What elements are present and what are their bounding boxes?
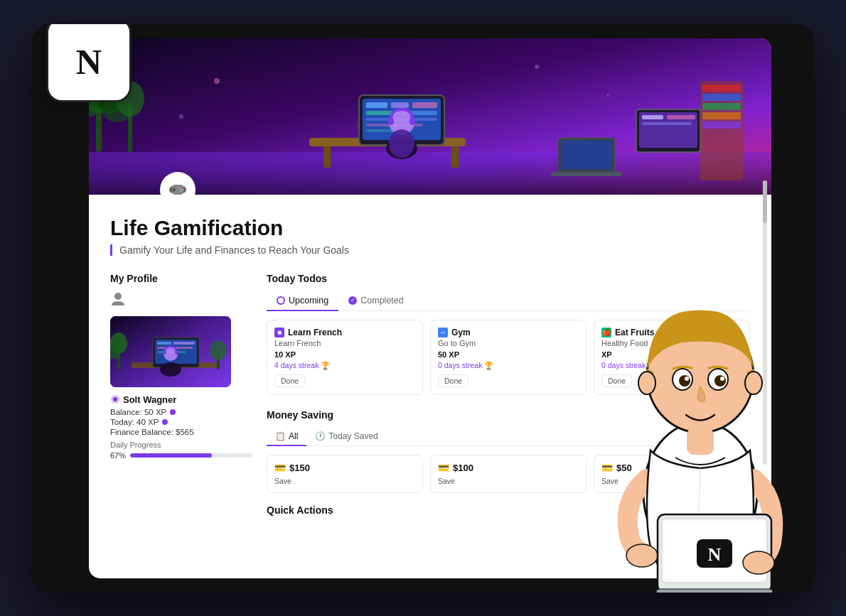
xp-dot — [170, 409, 176, 415]
svg-point-89 — [638, 372, 655, 394]
svg-rect-17 — [391, 102, 409, 108]
tab-upcoming[interactable]: Upcoming — [267, 291, 338, 311]
money-tab-today[interactable]: 🕐 Today Saved — [306, 428, 386, 446]
money-tab-today-label: Today Saved — [328, 431, 378, 441]
svg-rect-41 — [702, 94, 741, 101]
profile-today: Today: 40 XP — [110, 418, 252, 426]
svg-rect-53 — [172, 189, 176, 190]
user-icon — [110, 291, 126, 307]
todo-card-0-streak: 4 days streak 🏆 — [274, 361, 415, 370]
money-card-1-save[interactable]: Save — [438, 477, 579, 485]
svg-rect-43 — [702, 112, 741, 119]
hero-banner — [89, 38, 771, 195]
svg-point-78 — [113, 397, 117, 401]
money-card-0-save[interactable]: Save — [274, 477, 415, 485]
svg-rect-70 — [163, 350, 166, 355]
scrollbar-thumb[interactable] — [763, 180, 767, 223]
svg-point-93 — [679, 375, 690, 387]
todo-card-0-title: ■ Learn French — [274, 328, 415, 337]
svg-point-57 — [114, 293, 122, 300]
profile-section-title: My Profile — [110, 273, 252, 284]
money-tab-all[interactable]: 📋 All — [267, 428, 306, 446]
todo-card-0-xp: 10 XP — [274, 350, 415, 359]
svg-rect-12 — [323, 146, 331, 168]
svg-rect-37 — [561, 141, 612, 169]
todo-card-1-streak: 0 days streak 🏆 — [438, 361, 579, 370]
gamepad-svg — [168, 183, 188, 195]
svg-point-48 — [179, 114, 183, 119]
daily-progress-label: Daily Progress — [110, 441, 252, 449]
tab-upcoming-label: Upcoming — [289, 296, 328, 306]
todo-card-0-done[interactable]: Done — [274, 374, 305, 387]
progress-bar — [130, 453, 252, 458]
profile-icon — [110, 291, 252, 310]
svg-point-45 — [214, 78, 220, 84]
todo-card-1-done[interactable]: Done — [438, 374, 468, 387]
tab-completed-label: Completed — [360, 296, 403, 306]
notion-logo-icon: N — [64, 35, 114, 85]
money-icon-1: 💳 — [438, 463, 449, 473]
svg-rect-38 — [551, 172, 622, 176]
svg-rect-44 — [702, 121, 741, 129]
svg-point-47 — [606, 94, 609, 97]
profile-badge-icon — [110, 394, 120, 404]
progress-row: 67% — [110, 451, 252, 460]
money-tab-today-icon: 🕐 — [315, 431, 326, 441]
svg-point-76 — [210, 340, 227, 360]
svg-point-80 — [626, 544, 658, 567]
svg-point-56 — [180, 190, 182, 192]
progress-percent: 67% — [110, 451, 126, 460]
svg-point-95 — [685, 377, 689, 381]
page-title: Life Gamification — [110, 216, 750, 240]
svg-rect-71 — [175, 350, 178, 355]
todo-card-0-icon: ■ — [274, 328, 284, 337]
tab-upcoming-radio — [277, 296, 285, 305]
todo-card-1-title: ↔ Gym — [438, 328, 579, 337]
profile-image — [110, 316, 231, 387]
svg-point-96 — [720, 377, 724, 381]
character-illustration: N — [565, 237, 814, 593]
svg-text:N: N — [76, 41, 102, 81]
profile-balance: Balance: 50 XP — [110, 408, 252, 416]
character-svg: N — [565, 237, 814, 593]
todo-card-0-sub: Learn French — [274, 339, 415, 347]
svg-rect-86 — [656, 589, 773, 593]
todo-card-1-sub: Go to Gym — [438, 339, 579, 347]
progress-bar-fill — [130, 453, 212, 458]
svg-point-68 — [160, 362, 181, 377]
profile-finance: Finance Balance: $565 — [110, 428, 252, 436]
profile-name: Solt Wagner — [110, 394, 252, 405]
svg-rect-40 — [702, 85, 741, 92]
tab-completed[interactable]: ✓ Completed — [338, 291, 413, 311]
svg-rect-33 — [642, 115, 663, 119]
profile-image-svg — [110, 316, 231, 387]
svg-rect-97 — [687, 428, 713, 455]
svg-point-55 — [182, 188, 184, 190]
todo-card-1: ↔ Gym Go to Gym 50 XP 0 days streak 🏆 Do… — [430, 320, 587, 395]
money-card-0: 💳 $150 Save — [267, 455, 423, 493]
profile-section: My Profile — [110, 273, 252, 523]
screen-wrapper: N — [32, 24, 814, 593]
money-tab-all-label: All — [289, 431, 298, 441]
tab-completed-check: ✓ — [348, 296, 357, 305]
todo-card-0: ■ Learn French Learn French 10 XP 4 days… — [267, 320, 423, 395]
todo-card-1-icon: ↔ — [438, 328, 448, 337]
money-card-1: 💳 $100 Save — [430, 455, 587, 493]
svg-text:N: N — [708, 544, 722, 565]
svg-rect-16 — [366, 102, 387, 108]
xp-dot-2 — [162, 419, 168, 425]
money-card-0-amount: 💳 $150 — [274, 463, 415, 473]
svg-rect-13 — [451, 146, 459, 168]
money-card-1-amount: 💳 $100 — [438, 463, 579, 473]
svg-point-30 — [389, 129, 414, 158]
svg-rect-29 — [409, 118, 415, 125]
svg-rect-42 — [702, 103, 741, 110]
svg-rect-34 — [667, 115, 695, 119]
notion-logo: N — [46, 24, 132, 102]
money-icon-0: 💳 — [274, 463, 286, 473]
svg-point-54 — [180, 188, 182, 190]
svg-rect-18 — [412, 102, 437, 108]
svg-point-94 — [714, 375, 726, 387]
svg-rect-63 — [173, 342, 195, 345]
todo-card-1-xp: 50 XP — [438, 350, 579, 359]
